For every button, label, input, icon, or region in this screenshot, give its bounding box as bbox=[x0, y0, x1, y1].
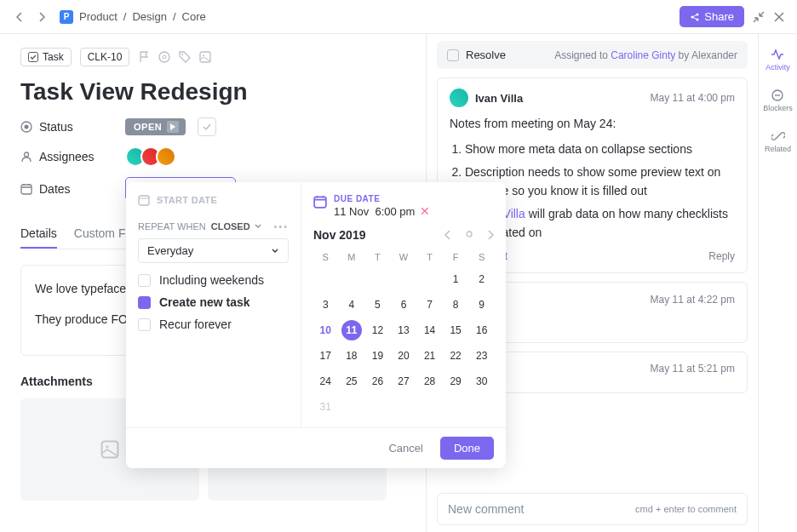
tag-icon[interactable] bbox=[179, 51, 191, 63]
calendar-day[interactable]: 5 bbox=[367, 295, 387, 315]
today-icon[interactable] bbox=[465, 230, 473, 240]
dates-label: Dates bbox=[39, 182, 71, 196]
breadcrumb-item[interactable]: Product bbox=[79, 10, 118, 23]
calendar-day[interactable]: 14 bbox=[420, 320, 440, 340]
calendar-day[interactable]: 26 bbox=[367, 371, 387, 392]
breadcrumb-item[interactable]: Core bbox=[182, 10, 206, 23]
option-recur-forever[interactable]: Recur forever bbox=[138, 317, 289, 331]
start-date-button[interactable]: START DATE bbox=[138, 194, 289, 206]
next-month-icon[interactable] bbox=[487, 230, 494, 240]
calendar-day[interactable]: 16 bbox=[472, 320, 492, 340]
avatar[interactable] bbox=[156, 146, 176, 167]
prev-month-icon[interactable] bbox=[444, 230, 451, 240]
resolve-label: Resolve bbox=[466, 49, 506, 61]
checkbox[interactable] bbox=[138, 318, 151, 331]
option-including-weekends[interactable]: Including weekends bbox=[138, 273, 289, 287]
comment-timestamp: May 11 at 4:22 pm bbox=[651, 294, 735, 306]
calendar-day[interactable]: 29 bbox=[445, 371, 466, 392]
calendar-day[interactable]: 17 bbox=[315, 346, 335, 366]
task-title[interactable]: Task View Redesign bbox=[20, 78, 405, 106]
calendar-day[interactable]: 7 bbox=[420, 295, 440, 315]
calendar-grid: SMTWTFS 12 3456789 10111213141516 171819… bbox=[313, 249, 494, 419]
calendar-icon bbox=[138, 194, 150, 206]
calendar-day[interactable]: 31 bbox=[315, 397, 335, 417]
resolve-checkbox[interactable] bbox=[447, 49, 459, 61]
frequency-select[interactable]: Everyday bbox=[138, 238, 289, 263]
share-button[interactable]: Share bbox=[679, 6, 744, 27]
calendar-day[interactable]: 30 bbox=[472, 371, 492, 392]
calendar-day[interactable]: 23 bbox=[472, 346, 492, 366]
checkbox[interactable] bbox=[138, 274, 151, 287]
svg-point-20 bbox=[467, 232, 472, 237]
status-label: Status bbox=[39, 120, 73, 134]
close-icon[interactable] bbox=[773, 11, 785, 23]
calendar-day[interactable]: 8 bbox=[445, 295, 466, 315]
calendar-icon bbox=[20, 183, 32, 195]
option-create-new-task[interactable]: Create new task bbox=[138, 295, 289, 309]
advance-status-icon[interactable] bbox=[167, 121, 179, 133]
tab-details[interactable]: Details bbox=[20, 220, 57, 249]
calendar-day[interactable]: 27 bbox=[393, 371, 414, 392]
breadcrumb-item[interactable]: Design bbox=[132, 10, 166, 23]
calendar-day[interactable]: 2 bbox=[472, 269, 492, 289]
forward-button[interactable] bbox=[34, 9, 49, 25]
reply-action[interactable]: Reply bbox=[708, 250, 735, 262]
due-date-label: DUE DATE bbox=[334, 194, 430, 203]
resolve-bar: Resolve Assigned to Caroline Ginty by Al… bbox=[437, 41, 748, 69]
cancel-button[interactable]: Cancel bbox=[376, 437, 434, 460]
calendar-day[interactable]: 1 bbox=[445, 269, 466, 289]
task-id-badge[interactable]: CLK-10 bbox=[80, 48, 130, 66]
calendar-day[interactable]: 18 bbox=[341, 346, 362, 366]
calendar-day[interactable]: 25 bbox=[341, 371, 362, 392]
svg-point-6 bbox=[181, 54, 183, 55]
svg-point-4 bbox=[159, 52, 169, 62]
calendar-day[interactable]: 13 bbox=[393, 320, 414, 340]
rail-activity[interactable]: Activity bbox=[765, 48, 790, 72]
assignee-link[interactable]: Caroline Ginty bbox=[611, 49, 675, 61]
complete-checkbox[interactable] bbox=[198, 117, 216, 136]
more-icon[interactable]: ••• bbox=[273, 221, 289, 232]
avatar[interactable] bbox=[450, 89, 468, 107]
status-badge[interactable]: OPEN bbox=[125, 118, 186, 135]
repeat-header[interactable]: REPEAT WHEN CLOSED ••• bbox=[138, 221, 289, 232]
clear-due-icon[interactable]: ✕ bbox=[420, 204, 430, 218]
date-popover: START DATE REPEAT WHEN CLOSED ••• Everyd… bbox=[126, 182, 506, 468]
calendar-day-today[interactable]: 10 bbox=[315, 320, 335, 340]
due-date-value[interactable]: 11 Nov 6:00 pm✕ bbox=[334, 204, 430, 218]
svg-rect-19 bbox=[314, 197, 326, 208]
flag-icon[interactable] bbox=[138, 51, 150, 63]
minimize-icon[interactable] bbox=[753, 11, 765, 23]
comment-timestamp: May 11 at 5:21 pm bbox=[651, 363, 735, 375]
calendar-day-selected[interactable]: 11 bbox=[341, 320, 362, 340]
calendar-day[interactable]: 9 bbox=[472, 295, 492, 315]
task-type-badge[interactable]: Task bbox=[20, 48, 72, 66]
svg-point-11 bbox=[25, 152, 29, 157]
check-icon bbox=[28, 52, 38, 62]
assignee-avatars[interactable] bbox=[125, 146, 176, 167]
calendar-day[interactable]: 6 bbox=[393, 295, 414, 315]
calendar-day[interactable]: 15 bbox=[445, 320, 466, 340]
calendar-day[interactable]: 20 bbox=[393, 346, 414, 366]
back-button[interactable] bbox=[12, 9, 27, 25]
image-icon[interactable] bbox=[199, 51, 211, 63]
new-comment-input[interactable]: New comment cmd + enter to comment bbox=[437, 493, 748, 525]
calendar-day[interactable]: 24 bbox=[315, 371, 335, 392]
calendar-day[interactable]: 4 bbox=[341, 295, 362, 315]
calendar-day[interactable]: 3 bbox=[315, 295, 335, 315]
calendar-day[interactable]: 28 bbox=[420, 371, 440, 392]
calendar-day[interactable]: 19 bbox=[367, 346, 387, 366]
rail-related[interactable]: Related bbox=[765, 129, 791, 153]
share-icon bbox=[690, 12, 700, 22]
time-icon[interactable] bbox=[158, 51, 170, 63]
calendar-day[interactable]: 22 bbox=[445, 346, 466, 366]
activity-icon bbox=[771, 48, 784, 61]
checkbox-checked[interactable] bbox=[138, 296, 151, 309]
calendar-day[interactable]: 21 bbox=[420, 346, 440, 366]
svg-rect-3 bbox=[29, 53, 38, 62]
svg-rect-12 bbox=[21, 185, 32, 194]
rail-blockers[interactable]: Blockers bbox=[763, 89, 793, 112]
done-button[interactable]: Done bbox=[440, 437, 494, 460]
calendar-day[interactable]: 12 bbox=[367, 320, 387, 340]
comment-author[interactable]: Ivan Villa bbox=[475, 92, 523, 105]
comment-timestamp: May 11 at 4:00 pm bbox=[651, 92, 735, 104]
